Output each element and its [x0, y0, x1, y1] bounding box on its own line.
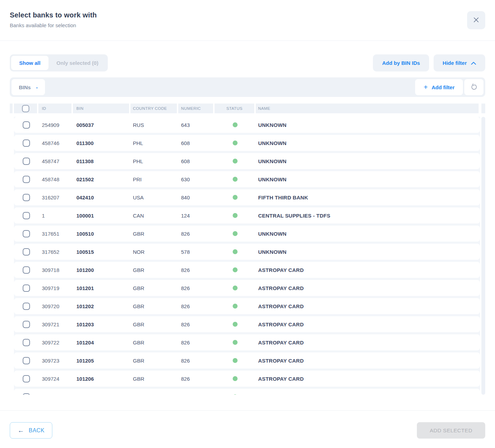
row-checkbox[interactable] [23, 158, 30, 165]
spacer [108, 54, 373, 71]
table-row[interactable]: 309720 101202 GBR 826 ASTROPAY CARD [14, 298, 480, 314]
row-checkbox[interactable] [23, 357, 30, 364]
cell-numeric: 826 [178, 340, 215, 346]
select-all-checkbox[interactable] [22, 105, 29, 112]
row-checkbox-cell [14, 266, 38, 274]
cell-status [215, 286, 256, 290]
close-button[interactable] [467, 11, 485, 29]
cell-numeric: 826 [178, 394, 215, 395]
cell-id: 309720 [38, 303, 73, 309]
cell-id: 309723 [38, 358, 73, 364]
bins-filter-chip[interactable]: BINs - [12, 79, 45, 95]
row-checkbox[interactable] [23, 339, 30, 346]
row-checkbox[interactable] [23, 194, 30, 201]
cell-status [215, 177, 256, 182]
chevron-up-icon [471, 60, 476, 66]
cell-country-code: GBR [130, 321, 178, 327]
refresh-icon [470, 83, 478, 92]
table-row[interactable]: 309724 101206 GBR 826 ASTROPAY CARD [14, 371, 480, 387]
cell-status [215, 231, 256, 236]
cell-status [215, 304, 256, 309]
table-scrollbar[interactable] [481, 117, 485, 395]
table-row[interactable]: 317652 100515 NOR 578 UNKNOWN [14, 244, 480, 260]
table-row[interactable]: 309725 101207 GBR 826 ASTROPAY CARD [14, 389, 480, 395]
row-checkbox[interactable] [23, 230, 30, 237]
table-row[interactable]: 309722 101204 GBR 826 ASTROPAY CARD [14, 334, 480, 350]
row-checkbox[interactable] [23, 121, 30, 129]
cell-name: UNKNOWN [256, 158, 480, 164]
row-checkbox[interactable] [23, 284, 30, 292]
table-row[interactable]: 309719 101201 GBR 826 ASTROPAY CARD [14, 280, 480, 296]
cell-country-code: PHL [130, 140, 178, 146]
tab-show-all[interactable]: Show all [11, 56, 48, 70]
add-selected-button[interactable]: ADD SELECTED [417, 422, 485, 439]
cell-id: 309719 [38, 285, 73, 291]
table-row[interactable]: 458746 011300 PHL 608 UNKNOWN [14, 135, 480, 151]
cell-bin: 021502 [73, 176, 130, 182]
table-row[interactable]: 458747 011308 PHL 608 UNKNOWN [14, 153, 480, 169]
cell-name: ASTROPAY CARD [256, 340, 480, 346]
row-checkbox[interactable] [23, 393, 30, 395]
status-active-dot [233, 159, 238, 164]
row-checkbox-cell [14, 248, 38, 256]
table-row[interactable]: 309718 101200 GBR 826 ASTROPAY CARD [14, 262, 480, 278]
cell-country-code: GBR [130, 267, 178, 273]
cell-id: 309721 [38, 321, 73, 327]
row-checkbox[interactable] [23, 212, 30, 219]
row-checkbox[interactable] [23, 303, 30, 310]
row-checkbox[interactable] [23, 176, 30, 183]
cell-numeric: 826 [178, 285, 215, 291]
table-row[interactable]: 1 100001 CAN 124 CENTRAL SUPPLIES - TDFS [14, 207, 480, 223]
page-subtitle: Banks available for selection [10, 22, 97, 28]
row-checkbox-cell [14, 303, 38, 310]
row-checkbox-cell [14, 176, 38, 183]
show-filter-tabs: Show all Only selected (0) [10, 54, 108, 71]
hide-filter-button[interactable]: Hide filter [434, 54, 485, 71]
reset-filters-button[interactable] [464, 79, 483, 95]
status-active-dot [233, 213, 238, 218]
row-checkbox[interactable] [23, 139, 30, 147]
back-button[interactable]: ← BACK [10, 422, 52, 439]
status-active-dot [233, 141, 238, 145]
cell-numeric: 578 [178, 249, 215, 255]
cell-status [215, 394, 256, 395]
cell-id: 458746 [38, 140, 73, 146]
table-row[interactable]: 458748 021502 PRI 630 UNKNOWN [14, 171, 480, 187]
cell-bin: 011308 [73, 158, 130, 164]
status-active-dot [233, 249, 238, 254]
table-header-checkbox-cell [14, 104, 38, 113]
add-by-bin-ids-button[interactable]: Add by BIN IDs [373, 54, 429, 71]
status-active-dot [233, 122, 238, 127]
cell-status [215, 195, 256, 200]
table-row[interactable]: 309723 101205 GBR 826 ASTROPAY CARD [14, 352, 480, 369]
table-row[interactable]: 316207 042410 USA 840 FIFTH THIRD BANK [14, 189, 480, 205]
cell-country-code: GBR [130, 285, 178, 291]
row-checkbox[interactable] [23, 321, 30, 328]
row-checkbox[interactable] [23, 266, 30, 274]
cell-status [215, 358, 256, 363]
cell-id: 317652 [38, 249, 73, 255]
cell-numeric: 608 [178, 140, 215, 146]
cell-numeric: 826 [178, 231, 215, 237]
table-row[interactable]: 317651 100510 GBR 826 UNKNOWN [14, 226, 480, 242]
cell-country-code: GBR [130, 303, 178, 309]
cell-id: 309718 [38, 267, 73, 273]
cell-name: ASTROPAY CARD [256, 285, 480, 291]
page-title: Select banks to work with [10, 11, 97, 19]
row-checkbox-cell [14, 393, 38, 395]
filter-bar: BINs - + Add filter [10, 77, 485, 97]
row-checkbox[interactable] [23, 248, 30, 256]
tab-only-selected[interactable]: Only selected (0) [48, 56, 106, 70]
cell-bin: 101203 [73, 321, 130, 327]
add-filter-label: Add filter [432, 84, 455, 90]
cell-id: 458748 [38, 176, 73, 182]
table-row[interactable]: 309721 101203 GBR 826 ASTROPAY CARD [14, 316, 480, 332]
cell-numeric: 124 [178, 213, 215, 219]
cell-status [215, 122, 256, 127]
column-header-status: STATUS [215, 104, 256, 113]
cell-bin: 101201 [73, 285, 130, 291]
table-row[interactable]: 254909 005037 RUS 643 UNKNOWN [14, 117, 480, 133]
add-filter-button[interactable]: + Add filter [415, 79, 463, 95]
row-checkbox[interactable] [23, 375, 30, 382]
column-header-name: NAME [256, 104, 480, 113]
